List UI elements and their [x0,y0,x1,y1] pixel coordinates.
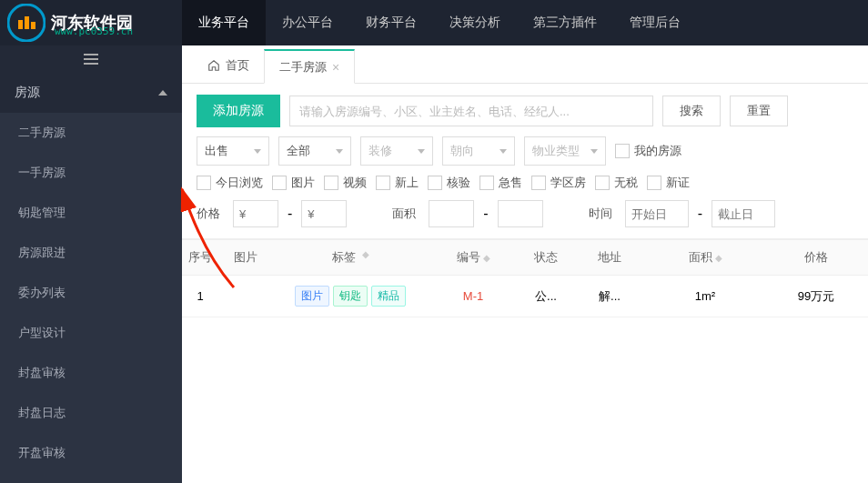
search-input[interactable] [289,96,653,126]
checkbox-icon [647,176,661,190]
select-orientation[interactable]: 朝向 [442,136,515,166]
topnav-item[interactable]: 管理后台 [613,0,697,45]
checkbox-icon [615,144,630,158]
header-index: 序号 [182,249,218,266]
logo-area: 河东软件园 www.pc0359.cn [0,0,182,45]
sidebar-item[interactable]: 钥匙管理 [0,193,182,233]
header-code[interactable]: 编号◆ [428,249,519,266]
checkbox-icon [531,176,546,190]
table-row[interactable]: 1图片钥匙精品M-1公...解...1m²99万元 [182,276,868,317]
chevron-up-icon [158,90,167,96]
close-icon[interactable]: × [332,60,339,75]
checkbox-icon [324,176,338,190]
topnav-item[interactable]: 业务平台 [182,0,266,45]
checkbox-icon [479,176,494,190]
topnav-item[interactable]: 财务平台 [349,0,433,45]
time-label: 时间 [589,206,612,222]
content-area: 首页二手房源× 添加房源 搜索 重置 出售 全部 装修 朝向 物业类型 我的房源… [182,45,868,483]
header-image: 图片 [218,249,273,266]
checkbox-icon [428,176,442,190]
checkbox-icon [376,176,390,190]
sidebar-group-housing[interactable]: 房源 [0,73,182,113]
date-start-input[interactable] [625,200,689,227]
add-housing-button[interactable]: 添加房源 [197,95,280,127]
checkbox-icon [595,176,610,190]
tab-bar: 首页二手房源× [182,45,868,84]
area-min-input[interactable] [429,200,474,227]
tag: 图片 [295,286,329,307]
date-end-input[interactable] [712,200,775,227]
header-price: 价格 [764,249,868,266]
filter-check[interactable]: 今日浏览 [197,175,263,191]
topnav-item[interactable]: 决策分析 [433,0,517,45]
reset-button[interactable]: 重置 [730,96,788,126]
sidebar: 房源 二手房源一手房源钥匙管理房源跟进委办列表户型设计封盘审核封盘日志开盘审核开… [0,45,182,483]
tag: 精品 [371,286,406,307]
caret-down-icon [336,149,343,154]
header-tags[interactable]: 标签◆ [273,249,428,266]
caret-down-icon [590,149,598,154]
caret-down-icon [254,149,261,154]
header-addr: 地址 [573,249,646,266]
select-all[interactable]: 全部 [278,136,351,166]
tab[interactable]: 二手房源× [264,49,355,84]
filter-check[interactable]: 图片 [272,175,315,191]
sidebar-item[interactable]: 户型设计 [0,313,182,353]
tag: 钥匙 [333,286,368,307]
price-max-input[interactable] [301,200,347,227]
caret-down-icon [500,149,507,154]
sidebar-item[interactable]: 封盘审核 [0,353,182,393]
filter-check[interactable]: 无税 [595,175,638,191]
topnav-item[interactable]: 办公平台 [266,0,349,45]
filter-check[interactable]: 核验 [428,175,470,191]
price-min-input[interactable] [233,200,278,227]
hamburger-icon [84,54,98,65]
sidebar-item[interactable]: 一手房源 [0,153,182,193]
filter-check[interactable]: 视频 [324,175,367,191]
filter-check[interactable]: 急售 [479,175,522,191]
caret-down-icon [418,149,425,154]
data-table: 序号 图片 标签◆ 编号◆ 状态 地址 面积◆ 价格 1图片钥匙精品M-1公..… [182,239,868,317]
price-label: 价格 [197,206,220,222]
filter-check[interactable]: 学区房 [531,175,586,191]
sidebar-item[interactable]: 开盘审核 [0,433,182,473]
header-status: 状态 [519,249,573,266]
select-decoration[interactable]: 装修 [360,136,433,166]
search-button[interactable]: 搜索 [662,96,721,126]
filter-check[interactable]: 新证 [647,175,690,191]
toolbar: 添加房源 搜索 重置 出售 全部 装修 朝向 物业类型 我的房源 今日浏览图片视… [182,84,868,239]
sidebar-group-label: 房源 [15,85,40,101]
sidebar-item[interactable]: 封盘日志 [0,393,182,433]
top-nav: 河东软件园 www.pc0359.cn 业务平台办公平台财务平台决策分析第三方插… [0,0,868,45]
select-sale[interactable]: 出售 [197,136,269,166]
header-area[interactable]: 面积◆ [646,249,764,266]
sort-icon: ◆ [362,249,369,266]
tab[interactable]: 首页 [193,48,264,83]
sort-icon: ◆ [715,253,722,263]
sidebar-item[interactable]: 开盘日志 [0,473,182,483]
checkbox-icon [272,176,287,190]
sort-icon: ◆ [483,253,490,263]
checkbox-icon [197,176,211,190]
logo-url: www.pc0359.cn [55,25,133,37]
logo-icon [7,4,45,42]
table-header: 序号 图片 标签◆ 编号◆ 状态 地址 面积◆ 价格 [182,239,868,276]
sidebar-toggle[interactable] [0,45,182,73]
check-mine[interactable]: 我的房源 [615,143,681,159]
select-property-type[interactable]: 物业类型 [524,136,606,166]
filter-check[interactable]: 新上 [376,175,419,191]
sidebar-item[interactable]: 二手房源 [0,113,182,153]
area-max-input[interactable] [498,200,543,227]
home-icon [207,59,220,72]
sidebar-item[interactable]: 房源跟进 [0,233,182,273]
topnav-item[interactable]: 第三方插件 [517,0,613,45]
area-label: 面积 [392,206,416,222]
sidebar-item[interactable]: 委办列表 [0,273,182,313]
